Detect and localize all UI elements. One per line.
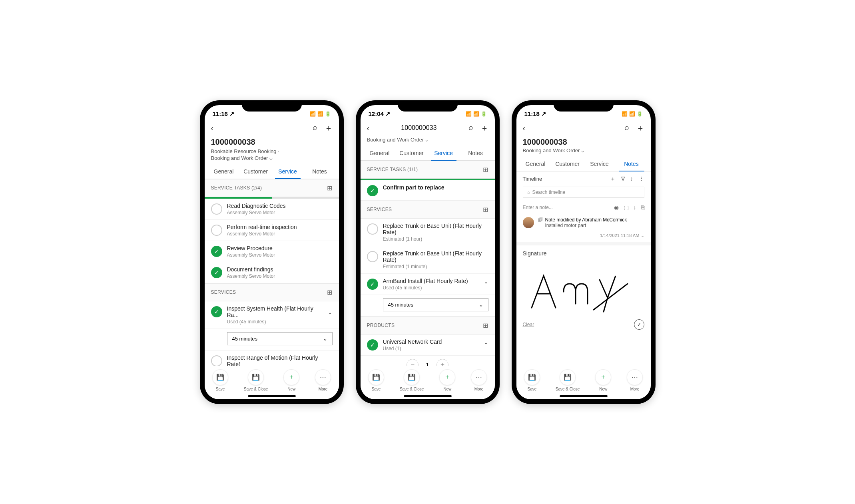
tab-service[interactable]: Service bbox=[428, 146, 460, 160]
subtitle-2[interactable]: Booking and Work Order⌵ bbox=[211, 155, 333, 161]
tab-notes[interactable]: Notes bbox=[460, 146, 492, 160]
new-button[interactable]: ＋New bbox=[283, 369, 299, 391]
add-product-icon[interactable]: ⊞ bbox=[483, 322, 488, 329]
check-empty-icon[interactable] bbox=[211, 355, 222, 366]
timeline-search[interactable]: ⌕ Search timeline bbox=[523, 187, 644, 198]
new-button[interactable]: ＋New bbox=[595, 369, 611, 391]
chevron-up-icon[interactable]: ⌃ bbox=[484, 342, 488, 348]
search-icon[interactable]: ⌕ bbox=[624, 123, 629, 133]
add-task-icon[interactable]: ⊞ bbox=[327, 184, 332, 192]
check-done-icon[interactable]: ✓ bbox=[211, 306, 222, 317]
home-indicator[interactable] bbox=[404, 395, 452, 397]
tab-customer[interactable]: Customer bbox=[396, 146, 428, 160]
attach-icon[interactable]: ⎘ bbox=[641, 204, 644, 211]
more-button[interactable]: ⋯More bbox=[627, 369, 643, 391]
duration-dropdown[interactable]: 45 minutes ⌄ bbox=[227, 332, 333, 345]
save-close-button[interactable]: 💾Save & Close bbox=[244, 369, 268, 391]
screen-3: 11:18↗ 📶📶🔋 ‹ ⌕ ＋ 1000000038 Booking and … bbox=[516, 105, 651, 399]
task-item[interactable]: ✓ Document findingsAssembly Servo Motor bbox=[205, 262, 339, 283]
battery-charging-icon: 🔋 bbox=[481, 111, 487, 117]
chevron-up-icon[interactable]: ⌃ bbox=[484, 281, 488, 287]
add-icon[interactable]: ＋ bbox=[325, 123, 333, 133]
task-item[interactable]: Perform real-time inspectionAssembly Ser… bbox=[205, 220, 339, 241]
tab-customer[interactable]: Customer bbox=[552, 157, 584, 171]
progress-fill bbox=[205, 197, 272, 199]
kebab-icon[interactable]: ⋮ bbox=[639, 175, 644, 183]
tab-notes[interactable]: Notes bbox=[304, 164, 336, 179]
content[interactable]: SERVICE TASKS (2/4) ⊞ Read Diagnostic Co… bbox=[205, 179, 339, 366]
tab-customer[interactable]: Customer bbox=[240, 164, 272, 179]
check-empty-icon[interactable] bbox=[211, 225, 222, 236]
subtitle-2[interactable]: Booking and Work Order⌵ bbox=[523, 147, 644, 153]
add-task-icon[interactable]: ⊞ bbox=[483, 166, 488, 173]
product-item[interactable]: ✓ Universal Network CardUsed (1) ⌃ bbox=[361, 335, 495, 356]
sort-icon[interactable]: ↕ bbox=[630, 175, 633, 183]
task-item[interactable]: Read Diagnostic CodesAssembly Servo Moto… bbox=[205, 199, 339, 220]
service-item[interactable]: Inspect Range of Motion (Flat Hourly Rat… bbox=[205, 351, 339, 366]
chevron-down-icon[interactable]: ⌄ bbox=[641, 233, 644, 238]
more-button[interactable]: ⋯More bbox=[471, 369, 487, 391]
check-empty-icon[interactable] bbox=[367, 251, 378, 262]
content[interactable]: SERVICE TASKS (1/1) ⊞ ✓ Confirm part to … bbox=[361, 161, 495, 366]
check-empty-icon[interactable] bbox=[211, 203, 222, 215]
tab-service[interactable]: Service bbox=[584, 157, 616, 171]
chevron-up-icon[interactable]: ⌃ bbox=[328, 312, 333, 318]
service-item[interactable]: Replace Trunk or Base Unit (Flat Hourly … bbox=[361, 219, 495, 246]
filter-icon[interactable]: ∇ bbox=[621, 175, 625, 183]
check-done-icon[interactable]: ✓ bbox=[211, 246, 222, 257]
check-done-icon[interactable]: ✓ bbox=[211, 267, 222, 278]
signature-canvas[interactable] bbox=[523, 260, 644, 316]
add-icon[interactable]: ＋ bbox=[480, 123, 488, 133]
signature-label: Signature bbox=[523, 250, 644, 257]
phone-1: 11:16↗ 📶📶🔋 ‹ ⌕ ＋ 1000000038 Bookable Res… bbox=[200, 100, 344, 404]
search-icon[interactable]: ⌕ bbox=[313, 123, 317, 133]
service-item[interactable]: ✓ ArmBand Install (Flat Hourly Rate)Used… bbox=[361, 274, 495, 295]
tab-service[interactable]: Service bbox=[272, 164, 304, 179]
search-placeholder: Search timeline bbox=[532, 189, 566, 195]
content[interactable]: Timeline ＋ ∇ ↕ ⋮ ⌕ Search timeline Enter… bbox=[516, 171, 651, 366]
subtitle-2[interactable]: Booking and Work Order⌵ bbox=[367, 137, 488, 143]
qty-minus-button[interactable]: − bbox=[407, 359, 419, 366]
timeline-note[interactable]: 🗐 Note modified by Abraham McCormick Ins… bbox=[516, 214, 651, 231]
wifi-icon: 📶 bbox=[317, 111, 323, 117]
check-done-icon[interactable]: ✓ bbox=[367, 279, 378, 290]
tab-general[interactable]: General bbox=[364, 146, 396, 160]
save-button[interactable]: 💾Save bbox=[524, 369, 540, 391]
add-icon[interactable]: ＋ bbox=[636, 123, 644, 133]
check-empty-icon[interactable] bbox=[367, 223, 378, 235]
service-item[interactable]: ✓ Inspect System Health (Flat Hourly Ra.… bbox=[205, 301, 339, 329]
add-service-icon[interactable]: ⊞ bbox=[327, 289, 332, 296]
save-button[interactable]: 💾Save bbox=[368, 369, 384, 391]
timeline-add-icon[interactable]: ＋ bbox=[610, 175, 616, 183]
save-close-button[interactable]: 💾Save & Close bbox=[556, 369, 580, 391]
qty-plus-button[interactable]: ＋ bbox=[436, 359, 448, 366]
tab-general[interactable]: General bbox=[208, 164, 240, 179]
back-button[interactable]: ‹ bbox=[211, 124, 214, 133]
back-button[interactable]: ‹ bbox=[523, 124, 526, 133]
status-time: 12:04 bbox=[369, 110, 384, 117]
back-button[interactable]: ‹ bbox=[367, 124, 370, 133]
tab-notes[interactable]: Notes bbox=[616, 157, 648, 171]
mic-icon[interactable]: ↓ bbox=[634, 204, 636, 211]
clear-button[interactable]: Clear bbox=[523, 322, 534, 327]
confirm-button[interactable]: ✓ bbox=[634, 319, 644, 330]
task-item[interactable]: ✓ Review ProcedureAssembly Servo Motor bbox=[205, 241, 339, 262]
note-input[interactable]: Enter a note... ◉ ▢ ↓ ⎘ bbox=[516, 201, 651, 214]
home-indicator[interactable] bbox=[560, 395, 608, 397]
search-icon[interactable]: ⌕ bbox=[468, 123, 473, 133]
check-done-icon[interactable]: ✓ bbox=[367, 339, 378, 351]
task-item[interactable]: ✓ Confirm part to replace bbox=[361, 180, 495, 201]
service-item[interactable]: Replace Trunk or Base Unit (Flat Hourly … bbox=[361, 246, 495, 274]
camera-icon[interactable]: ◉ bbox=[614, 204, 619, 211]
more-button[interactable]: ⋯More bbox=[315, 369, 331, 391]
tab-general[interactable]: General bbox=[520, 157, 552, 171]
check-done-icon[interactable]: ✓ bbox=[367, 185, 378, 196]
new-button[interactable]: ＋New bbox=[439, 369, 455, 391]
duration-dropdown[interactable]: 45 minutes ⌄ bbox=[383, 298, 488, 311]
add-service-icon[interactable]: ⊞ bbox=[483, 206, 488, 213]
save-close-button[interactable]: 💾Save & Close bbox=[400, 369, 424, 391]
home-indicator[interactable] bbox=[248, 395, 296, 397]
save-button[interactable]: 💾Save bbox=[212, 369, 228, 391]
video-icon[interactable]: ▢ bbox=[624, 204, 629, 211]
section-title: SERVICE TASKS (2/4) bbox=[211, 185, 262, 191]
